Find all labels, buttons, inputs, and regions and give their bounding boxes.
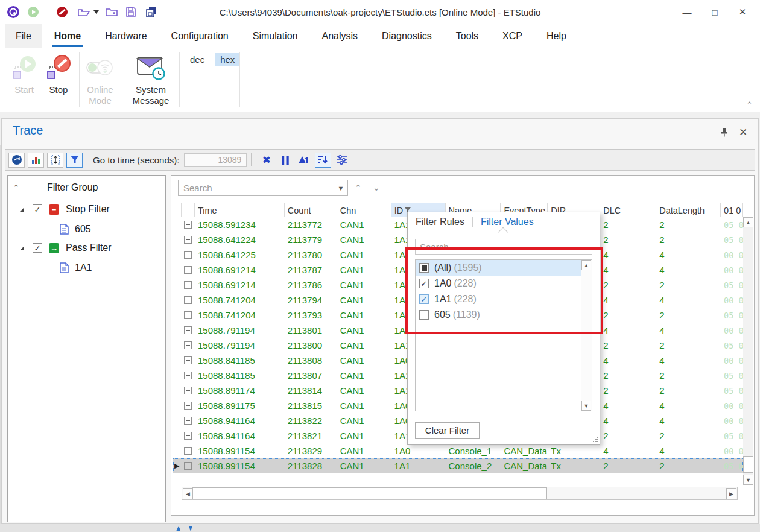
menu-item-configuration[interactable]: Configuration [159, 24, 241, 48]
column-header-count[interactable]: Count [285, 203, 337, 217]
quick-start-icon[interactable] [26, 5, 40, 19]
new-project-icon[interactable] [104, 5, 119, 19]
expand-row-icon[interactable] [184, 266, 192, 274]
maximize-button[interactable]: □ [701, 0, 729, 24]
expand-row-icon[interactable] [184, 311, 192, 319]
stop-button[interactable]: Stop [42, 53, 75, 95]
delta-time-button[interactable] [296, 153, 312, 168]
expand-row-icon[interactable] [184, 372, 192, 379]
expand-triangle-icon[interactable] [20, 207, 24, 212]
fit-rows-button[interactable] [47, 153, 63, 168]
settings-sliders-button[interactable] [334, 153, 350, 168]
hex-toggle[interactable]: hex [215, 53, 240, 66]
open-folder-icon[interactable] [77, 5, 91, 19]
expand-row-icon[interactable] [184, 447, 192, 455]
menu-item-analysis[interactable]: Analysis [309, 24, 370, 48]
menu-item-xcp[interactable]: XCP [490, 24, 534, 48]
expand-row-icon[interactable] [184, 341, 192, 349]
scroll-left-icon[interactable]: ◀ [183, 488, 193, 499]
filter-value-item-1a1[interactable]: ✓1A1(228) [416, 291, 592, 307]
quick-stop-icon[interactable] [55, 5, 69, 19]
expand-row-icon[interactable] [184, 281, 192, 289]
goto-time-input[interactable] [184, 153, 247, 167]
filter-value-item-1a0[interactable]: ✓1A0(228) [416, 276, 592, 291]
pass-filter-checkbox[interactable]: ✓ [33, 243, 42, 253]
column-header-chn[interactable]: Chn [337, 203, 391, 217]
scroll-up-icon[interactable]: ▲ [743, 217, 753, 227]
sort-button[interactable] [315, 153, 331, 168]
pin-icon[interactable] [716, 125, 732, 139]
menu-item-help[interactable]: Help [534, 24, 578, 48]
expand-row-icon[interactable] [184, 326, 192, 334]
autoscroll-button[interactable] [8, 153, 25, 168]
tree-item-pass-filter[interactable]: ✓ → Pass Filter [20, 241, 112, 255]
tab-filter-values[interactable]: Filter Values [473, 217, 542, 227]
filter-value-checkbox[interactable] [419, 310, 429, 320]
column-header-dlc[interactable]: DLC [600, 203, 656, 217]
ribbon-collapse-icon[interactable]: ⌃ [746, 100, 753, 109]
filter-value-checkbox[interactable]: ✓ [419, 294, 429, 304]
clear-trace-button[interactable]: ✖ [258, 153, 274, 168]
expand-row-icon[interactable] [184, 402, 192, 410]
column-header-datalength[interactable]: DataLength [656, 203, 721, 217]
minimize-button[interactable]: — [673, 0, 701, 24]
chevron-down-icon[interactable]: ▼ [334, 180, 347, 195]
expand-row-icon[interactable] [184, 296, 192, 304]
expand-triangle-icon[interactable] [20, 246, 24, 250]
scroll-down-icon[interactable]: ▼ [743, 475, 753, 485]
dec-toggle[interactable]: dec [185, 53, 210, 66]
column-header-time[interactable]: Time [195, 203, 285, 217]
popup-scrollbar[interactable]: ▲ ▼ [581, 260, 592, 411]
hscroll-thumb[interactable] [192, 487, 547, 499]
scroll-up-icon[interactable]: ▲ [581, 260, 591, 270]
clear-filter-button[interactable]: Clear Filter [415, 422, 480, 439]
tree-item-1a1[interactable]: 1A1 [60, 261, 92, 275]
collapse-up-icon[interactable]: ⌃ [13, 183, 25, 192]
filter-value-checkbox[interactable] [419, 263, 429, 273]
table-row[interactable]: 15088.9911542113829CAN11A0Console_1CAN_D… [173, 443, 743, 458]
tree-item-stop-filter[interactable]: ✓ − Stop Filter [20, 202, 110, 217]
search-next-button[interactable]: ⌄ [373, 183, 380, 192]
popup-search-input[interactable]: Search [415, 239, 592, 255]
tree-item-605[interactable]: 605 [60, 222, 91, 236]
filter-value-checkbox[interactable]: ✓ [419, 279, 429, 288]
stop-filter-checkbox[interactable]: ✓ [33, 204, 42, 214]
filter-group-checkbox[interactable] [30, 183, 39, 192]
pause-button[interactable] [277, 153, 293, 168]
filter-value-item-all[interactable]: (All)(1595) [416, 260, 592, 276]
tab-filter-rules[interactable]: Filter Rules [408, 217, 472, 227]
table-search-combo[interactable]: Search ▼ [178, 180, 348, 196]
menu-item-hardware[interactable]: Hardware [93, 24, 159, 48]
expand-row-icon[interactable] [184, 417, 192, 425]
menu-item-simulation[interactable]: Simulation [241, 24, 310, 48]
menu-item-file[interactable]: File [5, 24, 42, 48]
expand-row-icon[interactable] [184, 251, 192, 259]
save-all-icon[interactable] [144, 5, 159, 19]
vscroll-thumb[interactable] [743, 456, 753, 473]
search-prev-button[interactable]: ⌃ [355, 183, 362, 192]
filter-value-item-605[interactable]: 605(1139) [416, 307, 592, 323]
expand-row-icon[interactable] [184, 356, 192, 364]
filter-button[interactable] [66, 153, 83, 168]
menu-item-tools[interactable]: Tools [444, 24, 490, 48]
scroll-down-icon[interactable]: ▼ [581, 401, 591, 411]
open-dropdown-icon[interactable] [92, 5, 100, 19]
expand-row-icon[interactable] [184, 221, 192, 229]
expand-row-icon[interactable] [184, 236, 192, 244]
tree-item-filter-group[interactable]: ⌃ Filter Group [13, 180, 98, 195]
vertical-scrollbar[interactable]: ▲ ▼ [743, 217, 753, 485]
menu-item-home[interactable]: Home [42, 24, 93, 48]
save-icon[interactable] [124, 5, 138, 19]
system-message-button[interactable]: SystemMessage [127, 53, 175, 106]
scroll-right-icon[interactable]: ▶ [726, 488, 736, 499]
column-header-01-0[interactable]: 01 0 [721, 203, 743, 217]
menu-item-diagnostics[interactable]: Diagnostics [370, 24, 444, 48]
expand-row-icon[interactable] [184, 432, 192, 440]
horizontal-scrollbar[interactable]: ◀ ▶ [182, 487, 738, 500]
trace-close-icon[interactable]: ✕ [735, 125, 751, 139]
expand-row-icon[interactable] [184, 387, 192, 394]
table-row[interactable]: ▶15088.9911542113828CAN11A1Console_2CAN_… [173, 458, 743, 473]
statistics-button[interactable] [28, 153, 44, 168]
resize-grip[interactable] [592, 437, 598, 443]
close-button[interactable]: ✕ [729, 0, 756, 24]
